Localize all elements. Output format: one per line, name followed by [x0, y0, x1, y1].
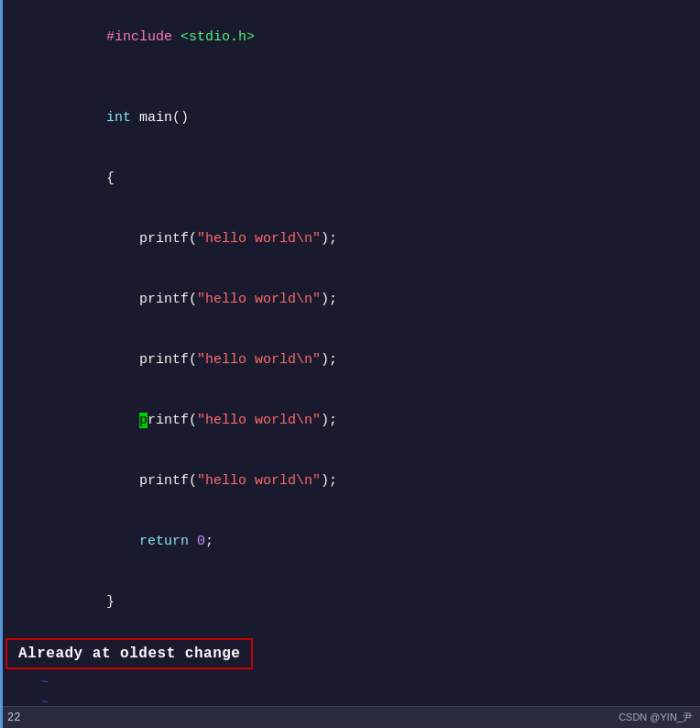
code-line: printf("hello world\n");	[0, 270, 700, 330]
code-line	[0, 68, 700, 88]
tilde-line: ~	[0, 673, 700, 693]
code-line: int main()	[0, 88, 700, 149]
line-content: #include <stdio.h>	[37, 7, 693, 68]
code-line-cursor: printf("hello world\n");	[0, 391, 700, 451]
line-content: printf("hello world\n");	[37, 391, 693, 451]
code-area[interactable]: #include <stdio.h> int main() {	[0, 0, 700, 706]
line-content: printf("hello world\n");	[37, 451, 693, 512]
code-line: printf("hello world\n");	[0, 451, 700, 512]
code-line: #include <stdio.h>	[0, 7, 700, 68]
code-line: return 0;	[0, 512, 700, 572]
line-content: int main()	[37, 88, 693, 149]
line-content: printf("hello world\n");	[37, 330, 693, 391]
line-col-indicator: 22	[7, 711, 20, 724]
line-content: }	[37, 572, 693, 633]
status-message-text: Already at oldest change	[18, 645, 240, 662]
editor-container: #include <stdio.h> int main() {	[0, 0, 700, 728]
attribution-text: CSDN @YIN_尹	[618, 711, 693, 724]
code-line: {	[0, 149, 700, 209]
code-line: printf("hello world\n");	[0, 209, 700, 270]
line-content: {	[37, 149, 693, 209]
tilde-line: ~	[0, 693, 700, 706]
bottom-bar: 22 CSDN @YIN_尹	[0, 706, 700, 728]
line-content: printf("hello world\n");	[37, 209, 693, 270]
line-content	[37, 68, 693, 88]
line-content: printf("hello world\n");	[37, 270, 693, 330]
code-line: printf("hello world\n");	[0, 330, 700, 391]
code-line: }	[0, 572, 700, 633]
text-cursor: p	[139, 413, 148, 428]
status-message-box: Already at oldest change	[5, 638, 253, 669]
line-content: return 0;	[37, 512, 693, 572]
